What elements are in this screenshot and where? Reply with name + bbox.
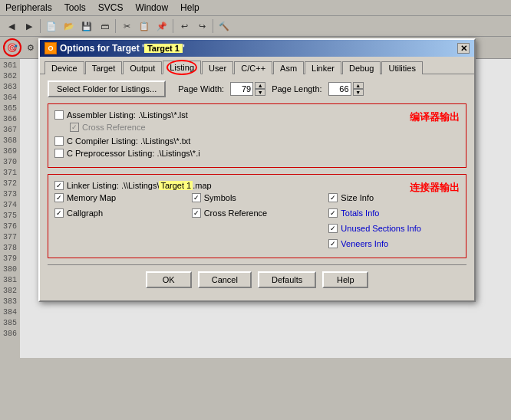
- title-left: O Options for Target 'Target 1': [45, 42, 185, 54]
- unused-sections-checkbox[interactable]: [328, 224, 338, 233]
- memory-map-label: Memory Map: [67, 193, 116, 202]
- dialog-title: Options for Target 'Target 1': [60, 43, 185, 54]
- page-length-up[interactable]: ▲: [353, 82, 364, 89]
- totals-info-checkbox[interactable]: [328, 208, 338, 218]
- bottom-row: OK Cancel Defaults Help: [48, 264, 466, 294]
- cross-reference-checkbox[interactable]: [70, 123, 79, 132]
- c-compiler-checkbox[interactable]: [54, 136, 64, 146]
- callgraph-row: Callgraph: [54, 208, 186, 218]
- linker-listing-row: Linker Listing: .\\Listings\Target 1.map: [54, 181, 460, 190]
- tab-linker[interactable]: Linker: [305, 61, 341, 74]
- linker-options-grid: Memory Map Symbols Size Info Callgraph: [54, 193, 460, 251]
- tab-target[interactable]: Target: [85, 61, 123, 74]
- unused-sections-row: Unused Sections Info: [328, 224, 460, 233]
- cross-reference-row: Cross Reference: [70, 123, 460, 132]
- assembler-listing-row: Assembler Listing: .\Listings\*.lst: [54, 110, 460, 120]
- veneers-info-checkbox[interactable]: [328, 239, 338, 248]
- compiler-section-label-cn: 编译器输出: [410, 110, 460, 124]
- veneers-info-row: Veneers Info: [328, 239, 460, 248]
- defaults-button[interactable]: Defaults: [258, 271, 316, 288]
- page-width-spinner[interactable]: ▲ ▼: [230, 82, 265, 96]
- tab-asm[interactable]: Asm: [273, 61, 304, 74]
- veneers-info-label: Veneers Info: [341, 239, 388, 248]
- page-width-up[interactable]: ▲: [255, 82, 265, 89]
- assembler-listing-label: Assembler Listing: .\Listings\*.lst: [67, 110, 188, 120]
- page-length-spinner[interactable]: ▲ ▼: [328, 82, 364, 96]
- tab-device[interactable]: Device: [45, 61, 84, 74]
- tab-listing[interactable]: Listing: [163, 61, 201, 74]
- page-length-down[interactable]: ▼: [353, 89, 364, 96]
- select-folder-button[interactable]: Select Folder for Listings...: [48, 80, 166, 97]
- symbols-label: Symbols: [204, 193, 236, 202]
- callgraph-label: Callgraph: [67, 208, 103, 218]
- ok-button[interactable]: OK: [146, 271, 192, 288]
- page-length-input[interactable]: [328, 82, 351, 96]
- options-dialog: O Options for Target 'Target 1' ✕ Device…: [38, 38, 476, 302]
- linker-section: 连接器输出 Linker Listing: .\\Listings\Target…: [48, 174, 466, 258]
- title-icon: O: [45, 42, 57, 54]
- page-length-spin-btns: ▲ ▼: [353, 82, 364, 96]
- symbols-row: Symbols: [192, 193, 323, 202]
- unused-sections-label: Unused Sections Info: [341, 224, 421, 233]
- c-preprocessor-checkbox[interactable]: [54, 149, 64, 158]
- size-info-checkbox[interactable]: [328, 193, 338, 202]
- linker-section-label-cn: 连接器输出: [410, 181, 460, 195]
- tab-user[interactable]: User: [202, 61, 233, 74]
- page-width-spin-btns: ▲ ▼: [255, 82, 265, 96]
- page-settings: Page Width: ▲ ▼ Page Length: ▲ ▼: [178, 82, 363, 96]
- tab-output[interactable]: Output: [123, 61, 162, 74]
- size-info-label: Size Info: [341, 193, 374, 202]
- cross-reference-label: Cross Reference: [82, 123, 146, 132]
- linker-listing-checkbox[interactable]: [54, 181, 64, 190]
- tab-cpp[interactable]: C/C++: [234, 61, 272, 74]
- c-preprocessor-row: C Preprocessor Listing: .\Listings\*.i: [54, 149, 460, 158]
- cross-ref-linker-checkbox[interactable]: [192, 208, 201, 218]
- page-width-down[interactable]: ▼: [255, 89, 265, 96]
- dialog-content: Select Folder for Listings... Page Width…: [40, 74, 474, 300]
- title-bar: O Options for Target 'Target 1' ✕: [40, 40, 474, 57]
- close-button[interactable]: ✕: [457, 43, 470, 54]
- c-preprocessor-label: C Preprocessor Listing: .\Listings\*.i: [67, 149, 200, 158]
- top-row: Select Folder for Listings... Page Width…: [48, 80, 466, 97]
- tab-debug[interactable]: Debug: [342, 61, 381, 74]
- compiler-section: 编译器输出 Assembler Listing: .\Listings\*.ls…: [48, 103, 466, 168]
- page-length-label: Page Length:: [272, 84, 321, 94]
- page-width-input[interactable]: [230, 82, 253, 96]
- help-button[interactable]: Help: [322, 271, 368, 288]
- totals-info-row: Totals Info: [328, 208, 460, 218]
- cross-ref-linker-label: Cross Reference: [204, 208, 268, 218]
- assembler-listing-checkbox[interactable]: [54, 110, 64, 120]
- cross-ref-linker-row: Cross Reference: [192, 208, 323, 218]
- cancel-button[interactable]: Cancel: [198, 271, 252, 288]
- totals-info-label: Totals Info: [341, 208, 379, 218]
- memory-map-checkbox[interactable]: [54, 193, 64, 202]
- callgraph-checkbox[interactable]: [54, 208, 64, 218]
- tab-utilities[interactable]: Utilities: [381, 61, 422, 74]
- memory-map-row: Memory Map: [54, 193, 186, 202]
- symbols-checkbox[interactable]: [192, 193, 201, 202]
- linker-listing-label: Linker Listing: .\\Listings\Target 1.map: [67, 181, 212, 190]
- page-width-label: Page Width:: [178, 84, 224, 94]
- c-compiler-row: C Compiler Listing: .\Listings\*.txt: [54, 136, 460, 146]
- modal-overlay: O Options for Target 'Target 1' ✕ Device…: [0, 0, 511, 420]
- tabs-row: Device Target Output Listing User C/C++ …: [40, 57, 474, 74]
- c-compiler-label: C Compiler Listing: .\Listings\*.txt: [67, 136, 190, 146]
